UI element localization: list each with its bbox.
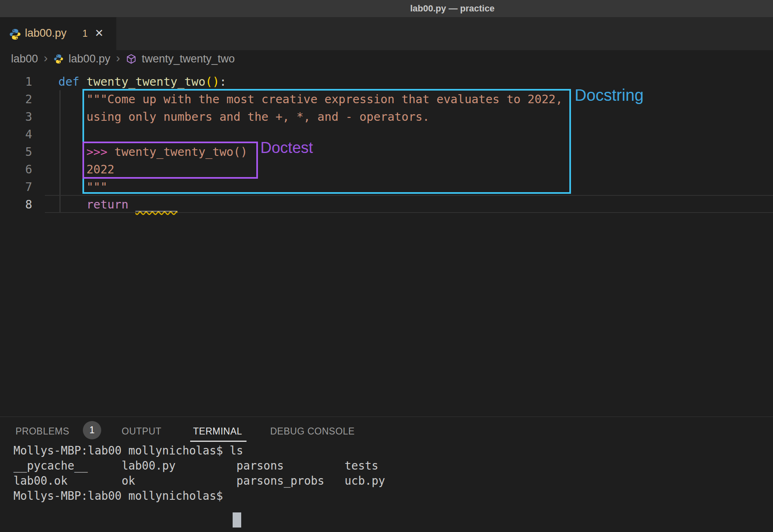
panel-tab-output[interactable]: OUTPUT	[122, 426, 162, 437]
code-token	[129, 198, 135, 211]
docstring-annotation-label: Docstring	[575, 86, 644, 104]
panel-tab-debug-console[interactable]: DEBUG CONSOLE	[270, 426, 355, 437]
breadcrumb-file[interactable]: lab00.py	[69, 53, 110, 65]
doctest-annotation-box	[82, 142, 258, 179]
problems-count-badge: 1	[83, 421, 101, 439]
breadcrumb: lab00 › lab00.py › twenty_twenty_two	[11, 50, 235, 67]
panel-tab-problems[interactable]: PROBLEMS	[16, 426, 69, 437]
terminal-line: __pycache__ lab00.py parsons tests	[13, 458, 378, 473]
panel-tab-terminal[interactable]: TERMINAL	[193, 426, 242, 437]
vscode-window: lab00.py — practice lab00.py 1 ✕ lab00 ›…	[0, 0, 773, 532]
symbol-cube-icon	[126, 53, 137, 64]
line-number: 1	[0, 73, 32, 91]
tab-problem-badge: 1	[82, 28, 88, 39]
chevron-right-icon: ›	[43, 52, 49, 66]
line-number: 8	[0, 196, 32, 213]
tab-lab00-py[interactable]: lab00.py 1 ✕	[0, 17, 116, 50]
code-token: twenty_twenty_two	[87, 75, 206, 89]
tab-label: lab00.py	[25, 27, 67, 40]
code-token: ______	[135, 198, 178, 211]
code-token	[58, 198, 87, 211]
terminal-cursor	[233, 512, 241, 528]
terminal-line: Mollys-MBP:lab00 mollynicholas$ ls	[13, 443, 243, 458]
doctest-annotation-label: Doctest	[260, 139, 313, 157]
window-title: lab00.py — practice	[410, 3, 495, 14]
line-number: 2	[0, 91, 32, 108]
line-number: 7	[0, 178, 32, 196]
title-bar: lab00.py — practice	[0, 0, 773, 17]
breadcrumb-symbol[interactable]: twenty_twenty_two	[142, 53, 235, 65]
terminal-line: Mollys-MBP:lab00 mollynicholas$	[13, 488, 223, 503]
bottom-panel: PROBLEMS 1 OUTPUT TERMINAL DEBUG CONSOLE…	[0, 417, 773, 532]
close-icon[interactable]: ✕	[95, 27, 104, 40]
line-number: 4	[0, 126, 32, 143]
code-token: def	[58, 75, 87, 89]
terminal-output[interactable]: Mollys-MBP:lab00 mollynicholas$ ls__pyca…	[0, 441, 773, 531]
line-number: 5	[0, 143, 32, 161]
code-token: :	[220, 75, 227, 89]
breadcrumb-folder[interactable]: lab00	[11, 53, 38, 65]
code-line[interactable]: def twenty_twenty_two():	[58, 73, 227, 91]
code-line[interactable]: return ______	[58, 196, 178, 213]
chevron-right-icon: ›	[115, 52, 121, 66]
python-file-icon	[53, 54, 64, 64]
line-number: 3	[0, 108, 32, 126]
code-token: return	[87, 198, 129, 211]
line-number: 6	[0, 161, 32, 178]
python-file-icon	[9, 28, 21, 42]
editor-tab-strip: lab00.py 1 ✕	[0, 17, 773, 50]
code-token: ()	[205, 75, 219, 89]
terminal-line: lab00.ok ok parsons_probs ucb.py	[13, 473, 385, 488]
